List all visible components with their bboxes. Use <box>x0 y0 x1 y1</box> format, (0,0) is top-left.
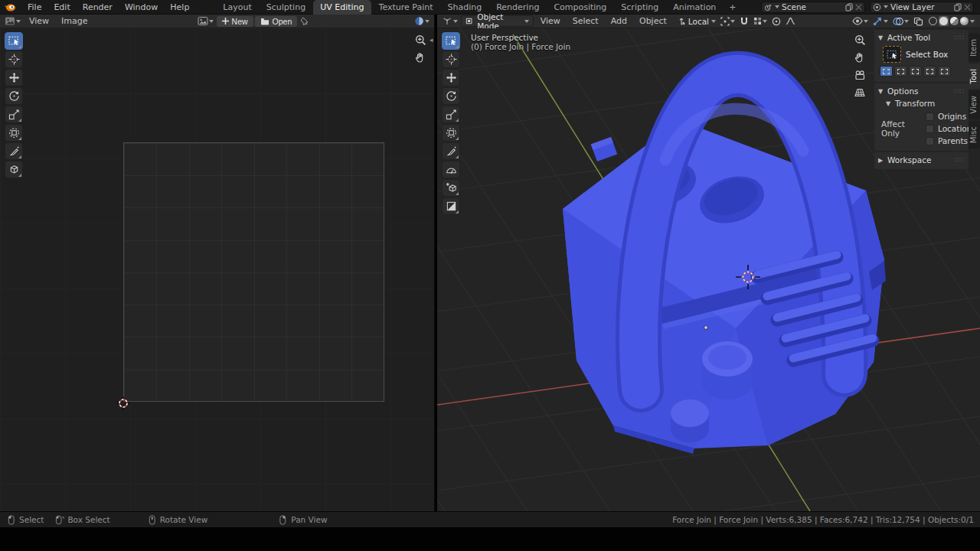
transform-tool[interactable] <box>442 124 460 142</box>
checkbox-locations[interactable] <box>926 125 934 133</box>
select-mode-invert-icon[interactable] <box>923 66 936 77</box>
region-collapse-icon[interactable]: ◂ <box>430 36 433 44</box>
transform-tool[interactable] <box>5 124 23 142</box>
workspace-tab-sculpting[interactable]: Sculpting <box>260 0 312 15</box>
pan-hand-icon[interactable] <box>853 51 867 64</box>
perspective-toggle-icon[interactable] <box>853 86 867 99</box>
proportional-editing-icon[interactable] <box>770 17 782 26</box>
snap-settings-selector[interactable] <box>752 17 769 25</box>
overlays-selector[interactable] <box>891 17 910 26</box>
rotate-tool[interactable] <box>5 87 23 105</box>
select-mode-extend-icon[interactable] <box>894 66 907 77</box>
unlink-scene-icon[interactable] <box>855 4 862 11</box>
pin-icon[interactable] <box>299 17 310 26</box>
viewport-menu-object[interactable]: Object <box>634 15 672 27</box>
shading-solid-icon[interactable] <box>939 17 948 25</box>
menu-window[interactable]: Window <box>119 1 163 14</box>
visibility-selector[interactable] <box>851 17 870 25</box>
drag-handle-icon[interactable]: ∷∷ <box>955 87 965 95</box>
menu-edit[interactable]: Edit <box>48 1 75 14</box>
uv-menu-image[interactable]: Image <box>56 15 93 27</box>
zoom-icon[interactable] <box>853 33 867 47</box>
menu-help[interactable]: Help <box>165 1 194 14</box>
gizmos-selector[interactable] <box>871 16 890 26</box>
viewport-menu-view[interactable]: View <box>535 15 566 27</box>
move-tool[interactable] <box>5 69 23 86</box>
mode-selector[interactable]: Object Mode <box>461 15 534 27</box>
annotate-tool[interactable] <box>5 142 23 160</box>
scene-name[interactable]: Scene <box>782 2 843 11</box>
sidebar-tab-tool[interactable]: Tool <box>969 64 980 89</box>
drag-handle-icon[interactable]: ∷∷ <box>955 34 965 41</box>
editor-type-3d-icon[interactable] <box>440 16 459 26</box>
workspace-tab-uv-editing[interactable]: UV Editing <box>313 0 371 15</box>
panel-workspace-header[interactable]: ▶ Workspace ∷∷ <box>878 155 965 165</box>
zoom-icon[interactable] <box>413 33 427 47</box>
rotate-tool[interactable] <box>442 87 460 105</box>
add-workspace-button[interactable]: + <box>724 0 741 15</box>
view-layer-selector[interactable]: View Layer <box>870 2 974 13</box>
browse-image-icon[interactable] <box>196 16 215 26</box>
drag-handle-icon[interactable]: ∷∷ <box>955 156 965 164</box>
shading-material-icon[interactable] <box>950 17 959 25</box>
checkbox-parents[interactable] <box>926 137 934 145</box>
scale-tool[interactable] <box>442 106 460 123</box>
workspace-tab-texture-paint[interactable]: Texture Paint <box>372 0 440 15</box>
camera-view-icon[interactable] <box>853 68 867 82</box>
measure-tool[interactable] <box>442 161 460 178</box>
panel-options-header[interactable]: ▼ Options ∷∷ <box>878 86 965 96</box>
new-scene-icon[interactable] <box>845 3 853 11</box>
viewport-menu-add[interactable]: Add <box>606 15 632 27</box>
new-view-layer-icon[interactable] <box>954 3 962 11</box>
select-mode-set-icon[interactable] <box>880 66 893 77</box>
move-tool[interactable] <box>442 69 460 86</box>
shading-dropdown-caret[interactable] <box>970 20 975 23</box>
editor-type-image-icon[interactable] <box>3 16 22 26</box>
view-layer-name[interactable]: View Layer <box>890 2 952 11</box>
cursor-tool[interactable] <box>5 51 23 68</box>
uv-canvas[interactable]: ◂ <box>0 28 434 511</box>
panel-active-tool-header[interactable]: ▼ Active Tool ∷∷ <box>878 32 965 43</box>
shading-rendered-icon[interactable] <box>960 17 969 25</box>
viewport-menu-select[interactable]: Select <box>567 15 604 27</box>
uv-2d-cursor[interactable] <box>116 396 130 410</box>
snap-magnet-icon[interactable] <box>738 17 750 26</box>
workspace-tab-animation[interactable]: Animation <box>666 0 723 15</box>
viewport-canvas[interactable]: User Perspective (0) Force Join | Force … <box>437 28 980 511</box>
checkbox-origins[interactable] <box>926 112 934 121</box>
select-mode-subtract-icon[interactable] <box>909 66 922 77</box>
menu-file[interactable]: File <box>22 1 47 14</box>
scale-tool[interactable] <box>5 106 23 123</box>
transform-orientation-selector[interactable]: Local <box>675 17 717 26</box>
scene-icon <box>764 3 773 11</box>
proportional-falloff-icon[interactable] <box>784 17 797 25</box>
workspace-tab-scripting[interactable]: Scripting <box>614 0 665 15</box>
sidebar-tab-view[interactable]: View <box>969 90 980 119</box>
remove-view-layer-icon[interactable] <box>964 4 971 11</box>
scene-selector[interactable]: Scene <box>761 2 865 13</box>
select-mode-intersect-icon[interactable] <box>938 66 951 77</box>
select-box-tool-icon[interactable] <box>883 46 901 63</box>
shading-wireframe-icon[interactable] <box>929 17 937 25</box>
transform-subpanel-header[interactable]: ▼ Transform <box>886 99 965 108</box>
select-box-tool[interactable] <box>442 32 460 50</box>
select-box-tool[interactable] <box>5 32 23 50</box>
sidebar-tab-misc[interactable]: Misc <box>969 121 980 148</box>
display-channels-icon[interactable] <box>413 16 431 26</box>
cursor-tool[interactable] <box>442 51 460 68</box>
workspace-tab-layout[interactable]: Layout <box>216 0 258 15</box>
uv-menu-view[interactable]: View <box>24 15 54 27</box>
open-image-button[interactable]: Open <box>255 16 298 27</box>
add-cube-tool[interactable] <box>442 179 460 197</box>
new-image-button[interactable]: New <box>217 16 253 27</box>
blender-logo-icon[interactable] <box>4 1 18 13</box>
sidebar-tab-item[interactable]: Item <box>969 34 980 62</box>
annotate-tool[interactable] <box>442 142 460 160</box>
xray-toggle-icon[interactable] <box>912 17 925 26</box>
menu-render[interactable]: Render <box>77 1 118 14</box>
pivot-point-selector[interactable] <box>719 17 737 26</box>
cube-tool[interactable] <box>5 161 23 178</box>
fill-tool[interactable] <box>442 197 460 215</box>
pan-hand-icon[interactable] <box>413 51 427 64</box>
workspace-tab-compositing[interactable]: Compositing <box>547 0 613 15</box>
